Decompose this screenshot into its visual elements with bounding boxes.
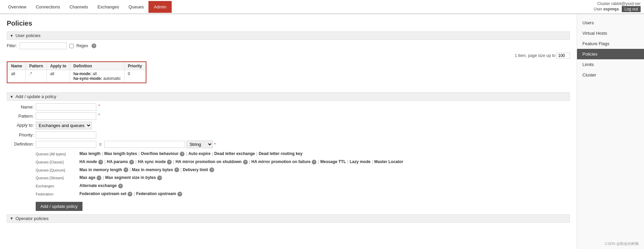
- definition-hints: Queues [All types]Max length|Max length …: [36, 150, 570, 198]
- col-definition: Definition: [70, 62, 125, 70]
- hint-link[interactable]: Alternate exchange: [79, 182, 117, 190]
- add-policy-header[interactable]: ▼ Add / update a policy: [7, 92, 570, 101]
- col-apply-to: Apply to: [47, 62, 70, 70]
- hint-link[interactable]: Message TTL: [320, 158, 346, 166]
- cell-name: all: [8, 70, 26, 83]
- nav-connections[interactable]: Connections: [31, 2, 65, 12]
- table-row: all .* all ha-mode: allha-sync-mode: aut…: [8, 70, 146, 83]
- filter-row: Filter: Regex ?: [7, 42, 570, 49]
- pattern-input[interactable]: [36, 113, 96, 120]
- name-input[interactable]: [36, 103, 96, 111]
- hint-help-icon[interactable]: ?: [180, 152, 184, 156]
- hint-help-icon[interactable]: ?: [98, 160, 103, 164]
- hint-link[interactable]: Max in memory bytes: [132, 166, 173, 174]
- add-policy-button[interactable]: Add / update policy: [36, 202, 82, 211]
- policies-table: Name Pattern Apply to Definition Priorit…: [7, 62, 146, 83]
- hint-link[interactable]: Dead letter exchange: [214, 150, 255, 158]
- pattern-row: Pattern: *: [7, 113, 570, 120]
- policies-table-wrapper: Name Pattern Apply to Definition Priorit…: [7, 61, 146, 83]
- hint-link[interactable]: Delivery limit: [183, 166, 208, 174]
- operator-policies-label: Operator policies: [15, 216, 48, 221]
- hint-links: Max age?|Max segment size in bytes?: [79, 174, 162, 182]
- add-policy-label: Add / update a policy: [15, 94, 56, 99]
- definition-key-input[interactable]: [36, 141, 96, 148]
- hint-separator: |: [138, 150, 139, 158]
- hint-links: HA mode?|HA params?|HA sync mode?|HA mir…: [79, 158, 403, 166]
- hint-link[interactable]: HA mirror promotion on shutdown: [175, 158, 241, 166]
- hint-category: Queues [All types]: [36, 150, 79, 158]
- filter-help-icon[interactable]: ?: [92, 43, 96, 48]
- pattern-required: *: [98, 113, 100, 118]
- operator-policies-header[interactable]: ▼ Operator policies: [7, 214, 570, 223]
- nav-admin[interactable]: Admin: [148, 1, 172, 13]
- sidebar-item-cluster[interactable]: Cluster: [577, 70, 644, 80]
- hint-link[interactable]: Overflow behaviour: [141, 150, 178, 158]
- hint-link[interactable]: Max age: [79, 174, 95, 182]
- pattern-label: Pattern:: [7, 113, 34, 119]
- sidebar-item-virtual-hosts[interactable]: Virtual Hosts: [577, 28, 644, 38]
- hint-help-icon[interactable]: ?: [243, 160, 248, 164]
- hint-help-icon[interactable]: ?: [124, 167, 128, 172]
- regex-checkbox[interactable]: [69, 44, 74, 48]
- cluster-name: Cluster rabbit@ysxd-ser: [597, 1, 641, 6]
- definition-inputs: = String Number Boolean List *: [36, 141, 216, 148]
- sidebar-item-users[interactable]: Users: [577, 18, 644, 28]
- sidebar: Users Virtual Hosts Feature Flags Polici…: [577, 14, 644, 249]
- hint-link[interactable]: HA params: [107, 158, 128, 166]
- hint-link[interactable]: Auto expire: [188, 150, 210, 158]
- priority-input[interactable]: [36, 131, 96, 138]
- cell-priority: 0: [124, 70, 145, 83]
- hint-link[interactable]: Master Locator: [374, 158, 403, 166]
- hint-link[interactable]: Max in memory length: [79, 166, 122, 174]
- nav-channels[interactable]: Channels: [65, 2, 93, 12]
- hint-help-icon[interactable]: ?: [167, 160, 172, 164]
- nav-exchanges[interactable]: Exchanges: [93, 2, 124, 12]
- hint-link[interactable]: HA mirror promotion on failure: [251, 158, 311, 166]
- hint-help-icon[interactable]: ?: [312, 160, 316, 164]
- user-policies-header[interactable]: ▼ User policies: [7, 31, 570, 40]
- hint-link[interactable]: Max length bytes: [104, 150, 137, 158]
- hint-link[interactable]: Lazy mode: [350, 158, 371, 166]
- page-size-input[interactable]: [556, 53, 570, 59]
- hint-separator: |: [135, 158, 136, 166]
- hint-category: Federation: [36, 190, 79, 198]
- hint-link[interactable]: Dead letter routing key: [259, 150, 302, 158]
- hint-help-icon[interactable]: ?: [129, 160, 134, 164]
- hint-help-icon[interactable]: ?: [177, 192, 182, 196]
- cell-definition: ha-mode: allha-sync-mode: automatic: [70, 70, 125, 83]
- sidebar-item-limits[interactable]: Limits: [577, 59, 644, 70]
- hint-row: Queues [Classic]HA mode?|HA params?|HA s…: [36, 158, 570, 166]
- hint-separator: |: [104, 158, 105, 166]
- definition-type-select[interactable]: String Number Boolean List: [187, 141, 213, 148]
- definition-value-input[interactable]: [104, 141, 185, 148]
- nav-overview[interactable]: Overview: [3, 2, 31, 12]
- priority-label: Priority:: [7, 131, 34, 137]
- main-container: Policies ▼ User policies Filter: Regex ?…: [0, 14, 644, 249]
- hint-help-icon[interactable]: ?: [157, 176, 162, 180]
- hint-row: Queues [Quorum]Max in memory length?|Max…: [36, 166, 570, 174]
- hint-help-icon[interactable]: ?: [97, 176, 101, 180]
- hint-separator: |: [103, 174, 104, 182]
- hint-link[interactable]: Federation upstream: [136, 190, 176, 198]
- hint-link[interactable]: Max length: [79, 150, 101, 158]
- sidebar-item-policies[interactable]: Policies: [577, 49, 644, 59]
- hint-separator: |: [372, 158, 373, 166]
- nav-queues[interactable]: Queues: [124, 2, 149, 12]
- watermark: CSDN @勤奋的树懒: [605, 241, 639, 246]
- hint-help-icon[interactable]: ?: [118, 184, 123, 188]
- sidebar-item-feature-flags[interactable]: Feature Flags: [577, 38, 644, 49]
- apply-to-select[interactable]: Exchanges and queues Exchanges Queues: [36, 122, 92, 129]
- hint-separator: |: [130, 166, 131, 174]
- hint-separator: |: [173, 158, 174, 166]
- hint-link[interactable]: Max segment size in bytes: [105, 174, 156, 182]
- hint-help-icon[interactable]: ?: [209, 167, 214, 172]
- hint-link[interactable]: HA sync mode: [138, 158, 166, 166]
- definition-row: Definition: = String Number Boolean List…: [7, 141, 570, 148]
- hint-link[interactable]: HA mode: [79, 158, 97, 166]
- filter-input[interactable]: [20, 42, 67, 49]
- page-title: Policies: [7, 20, 570, 27]
- hint-help-icon[interactable]: ?: [128, 192, 132, 196]
- logout-button[interactable]: Log out: [622, 6, 641, 12]
- hint-link[interactable]: Federation upstream set: [79, 190, 126, 198]
- hint-help-icon[interactable]: ?: [174, 167, 179, 172]
